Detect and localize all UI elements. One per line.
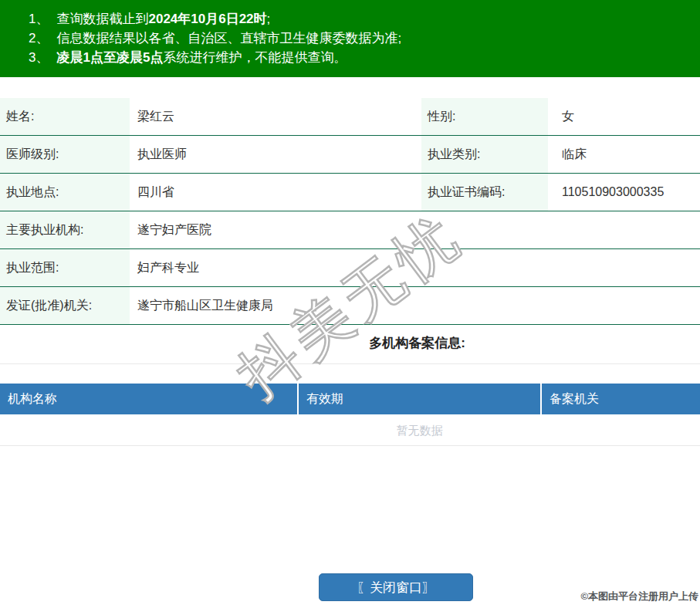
location-value: 四川省 [130, 174, 421, 211]
multi-org-section-title: 多机构备案信息: [0, 334, 700, 352]
notice-banner: 1、查询数据截止到2024年10月6日22时; 2、信息数据结果以各省、自治区、… [0, 0, 700, 77]
column-header-filing-authority: 备案机关 [542, 384, 700, 414]
table-row-location-cert: 执业地点: 四川省 执业证书编码: 110510903000335 [0, 174, 700, 211]
main-org-value: 遂宁妇产医院 [130, 211, 700, 248]
notice-text-bold: 凌晨1点至凌晨5点 [56, 50, 163, 65]
level-label: 医师级别: [0, 136, 130, 173]
notice-text: 信息数据结果以各省、自治区、直辖市卫生健康委数据为准; [56, 31, 401, 46]
table-row-name-gender: 姓名: 梁红云 性别: 女 [0, 98, 700, 136]
table-row-authority: 发证(批准)机关: 遂宁市船山区卫生健康局 [0, 287, 700, 325]
section-divider [0, 363, 700, 364]
column-header-org-name: 机构名称 [0, 384, 297, 414]
category-value: 临床 [548, 136, 700, 173]
name-value: 梁红云 [130, 98, 421, 135]
empty-data-placeholder: 暂无数据 [0, 415, 700, 446]
column-header-validity: 有效期 [299, 384, 540, 414]
close-window-button[interactable]: 〖关闭窗口〗 [319, 573, 473, 601]
category-label: 执业类别: [421, 136, 548, 173]
level-value: 执业医师 [130, 136, 421, 173]
notice-number: 1、 [29, 12, 49, 26]
notice-line-3: 3、凌晨1点至凌晨5点系统进行维护，不能提供查询。 [29, 48, 700, 67]
gender-value: 女 [548, 98, 700, 135]
multi-org-table-header: 机构名称 有效期 备案机关 [0, 384, 700, 414]
notice-number: 3、 [29, 50, 49, 65]
authority-value: 遂宁市船山区卫生健康局 [130, 287, 700, 324]
doctor-info-table: 姓名: 梁红云 性别: 女 医师级别: 执业医师 执业类别: 临床 执业地点: … [0, 98, 700, 325]
location-label: 执业地点: [0, 174, 130, 211]
notice-text: ; [267, 12, 271, 26]
name-label: 姓名: [0, 98, 130, 135]
footer-credit-text: ©本图由平台注册用户上传 [580, 590, 698, 603]
gender-label: 性别: [421, 98, 548, 135]
notice-text: 查询数据截止到 [56, 12, 148, 26]
scope-value: 妇产科专业 [130, 249, 700, 286]
table-row-scope: 执业范围: 妇产科专业 [0, 249, 700, 287]
authority-label: 发证(批准)机关: [0, 287, 130, 324]
table-row-main-org: 主要执业机构: 遂宁妇产医院 [0, 211, 700, 249]
notice-line-2: 2、信息数据结果以各省、自治区、直辖市卫生健康委数据为准; [29, 29, 700, 48]
main-org-label: 主要执业机构: [0, 211, 130, 248]
cert-number-label: 执业证书编码: [421, 174, 548, 211]
notice-text: 系统进行维护，不能提供查询。 [163, 50, 347, 65]
cert-number-value: 110510903000335 [548, 174, 700, 211]
notice-line-1: 1、查询数据截止到2024年10月6日22时; [29, 9, 700, 29]
scope-label: 执业范围: [0, 249, 130, 286]
table-row-level-category: 医师级别: 执业医师 执业类别: 临床 [0, 136, 700, 174]
notice-number: 2、 [29, 31, 49, 46]
notice-text-bold: 2024年10月6日22时 [148, 12, 266, 26]
